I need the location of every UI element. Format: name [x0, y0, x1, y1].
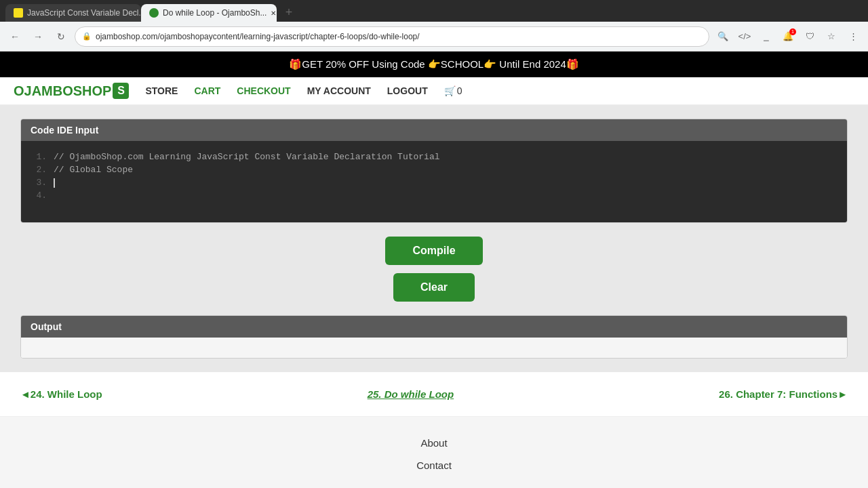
tab-close-dowhile[interactable]: ✕: [271, 9, 276, 17]
address-bar[interactable]: 🔒 ojamboshop.com/ojamboshopaycontent/lea…: [75, 26, 709, 47]
share-icon[interactable]: </>: [735, 27, 754, 46]
cart-icon-badge[interactable]: 🛒 0: [444, 85, 462, 96]
tab-bar: JavaScript Const Variable Decl... ✕ Do w…: [0, 0, 868, 22]
line-num-3: 3.: [31, 178, 47, 188]
lock-icon: 🔒: [82, 32, 92, 41]
tab-label-js: JavaScript Const Variable Decl...: [27, 8, 141, 18]
content-area: Code IDE Input 1. // OjamboShop.com Lear…: [0, 105, 868, 372]
myaccount-link[interactable]: MY ACCOUNT: [307, 85, 371, 96]
code-ide-header: Code IDE Input: [21, 119, 847, 141]
line-num-1: 1.: [31, 152, 47, 162]
tab-label-dowhile: Do while Loop - OjamboSh...: [163, 8, 267, 18]
code-line-2: 2. // Global Scope: [21, 163, 847, 176]
contact-link[interactable]: Contact: [20, 460, 848, 471]
code-editor[interactable]: 1. // OjamboShop.com Learning JavaScript…: [21, 141, 847, 222]
output-body: [21, 338, 847, 358]
reload-button[interactable]: ↻: [52, 27, 71, 46]
line-content-2: // Global Scope: [54, 165, 133, 175]
cart-emoji: 🛒: [444, 85, 456, 96]
tab-dowhile[interactable]: Do while Loop - OjamboSh... ✕: [141, 4, 277, 22]
output-title: Output: [31, 321, 62, 332]
lesson-nav: ◄24. While Loop 25. Do while Loop 26. Ch…: [0, 372, 868, 416]
page: 🎁GET 20% OFF Using Code 👉SCHOOL👉 Until E…: [0, 52, 868, 488]
output-header: Output: [21, 316, 847, 338]
code-line-3: 3.: [21, 176, 847, 189]
forward-button[interactable]: →: [28, 27, 47, 46]
bookmark-icon[interactable]: ☆: [822, 27, 841, 46]
cart-count: 0: [457, 85, 462, 96]
compile-button[interactable]: Compile: [385, 237, 482, 265]
footer: About Contact: [0, 416, 868, 488]
code-ide-title: Code IDE Input: [31, 125, 98, 136]
logo-text: OJAMBOSHOP: [14, 83, 111, 99]
line-content-1: // OjamboShop.com Learning JavaScript Co…: [54, 152, 440, 162]
promo-text: 🎁GET 20% OFF Using Code 👉SCHOOL👉 Until E…: [289, 58, 579, 70]
main-nav: OJAMBOSHOP S STORE CART CHECKOUT MY ACCO…: [0, 77, 868, 105]
cart-link[interactable]: CART: [194, 85, 220, 96]
next-lesson-link[interactable]: 26. Chapter 7: Functions►: [719, 388, 848, 400]
buttons-area: Compile Clear: [20, 223, 848, 315]
code-line-1: 1. // OjamboShop.com Learning JavaScript…: [21, 150, 847, 163]
prev-lesson-link[interactable]: ◄24. While Loop: [20, 388, 102, 400]
line-num-4: 4.: [31, 190, 47, 201]
current-lesson-link[interactable]: 25. Do while Loop: [368, 388, 454, 400]
promo-banner: 🎁GET 20% OFF Using Code 👉SCHOOL👉 Until E…: [0, 52, 868, 77]
output-section: Output: [20, 315, 848, 359]
new-tab-button[interactable]: +: [279, 3, 298, 22]
logo-link[interactable]: OJAMBOSHOP S: [14, 83, 129, 99]
extension-icon[interactable]: 🛡: [800, 27, 819, 46]
cursor: [54, 178, 55, 188]
tab-favicon-dowhile: [149, 8, 159, 18]
store-link[interactable]: STORE: [145, 85, 178, 96]
back-button[interactable]: ←: [5, 27, 24, 46]
clear-button[interactable]: Clear: [393, 273, 475, 302]
address-text: ojamboshop.com/ojamboshopaycontent/learn…: [96, 32, 420, 41]
browser-toolbar: ← → ↻ 🔒 ojamboshop.com/ojamboshopayconte…: [0, 22, 868, 52]
tab-favicon-js: [14, 8, 23, 18]
notification-icon[interactable]: 🔔1: [778, 27, 797, 46]
code-line-4: 4.: [21, 189, 847, 202]
toolbar-icons: 🔍 </> ⎯ 🔔1 🛡 ☆ ⋮: [713, 27, 863, 46]
logo-s-badge: S: [113, 83, 129, 99]
search-icon[interactable]: 🔍: [713, 27, 732, 46]
more-options-icon[interactable]: ⋮: [844, 27, 863, 46]
rss-icon[interactable]: ⎯: [757, 27, 776, 46]
line-num-2: 2.: [31, 165, 47, 175]
tab-js-var[interactable]: JavaScript Const Variable Decl... ✕: [5, 4, 141, 22]
about-link[interactable]: About: [20, 437, 848, 449]
logout-link[interactable]: LOGOUT: [387, 85, 428, 96]
code-ide: Code IDE Input 1. // OjamboShop.com Lear…: [20, 119, 848, 223]
line-content-3: [54, 178, 55, 188]
checkout-link[interactable]: CHECKOUT: [237, 85, 290, 96]
